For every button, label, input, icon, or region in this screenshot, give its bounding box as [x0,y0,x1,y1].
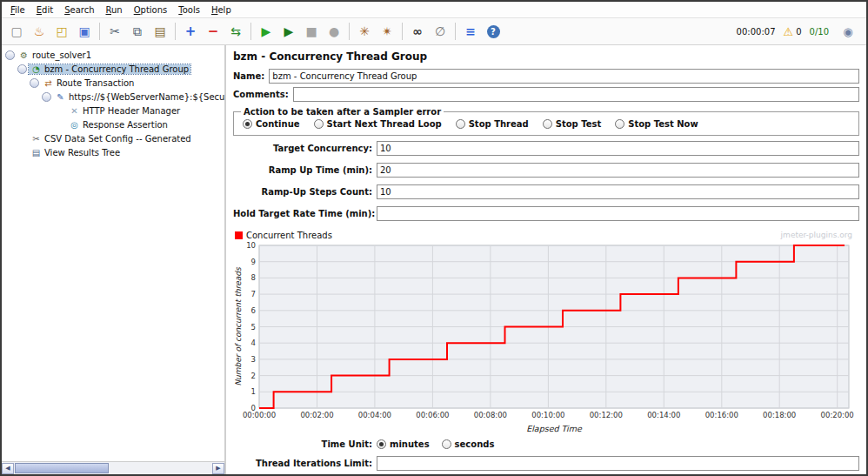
help-icon[interactable]: ? [483,21,504,42]
expand-handle[interactable] [42,92,51,102]
tree-item-response-assertion[interactable]: ◎Response Assertion [2,117,224,131]
ramp-up-time-input[interactable] [377,163,859,178]
tree-item-http-header-manager[interactable]: ✕HTTP Header Manager [2,104,224,117]
thread-iterations-input[interactable] [377,456,859,471]
http-request-icon: ✎ [55,92,66,102]
hold-rate-input[interactable] [377,206,859,221]
ramp-up-time-row: Ramp Up Time (min): [233,163,859,178]
radio-dot [243,119,252,129]
tree-horizontal-scrollbar[interactable]: ◀ ▶ [2,461,224,474]
name-input[interactable] [269,69,859,84]
menu-search[interactable]: Search [59,3,99,17]
legend-label: Concurrent Threads [246,231,332,240]
tree-item-route-transaction[interactable]: ⇄Route Transaction [2,76,224,90]
menu-file[interactable]: File [5,3,30,17]
menu-run[interactable]: Run [101,3,128,17]
search-reset-icon[interactable]: ∅ [430,21,451,42]
toolbar-separator [455,23,456,40]
tree-item-test-plan[interactable]: ⚙route_solver1 [2,48,224,62]
toggle-icon[interactable]: ⇆ [225,21,246,42]
menu-options[interactable]: Options [129,3,173,17]
expand-handle[interactable] [5,50,15,60]
svg-text:Number of concurrent threads: Number of concurrent threads [234,266,243,386]
scroll-right-icon[interactable]: ▶ [212,463,224,474]
radio-minutes[interactable]: minutes [377,439,430,449]
tree-spacer [17,148,27,158]
target-concurrency-input[interactable] [377,141,859,156]
shutdown-icon[interactable]: ● [324,21,344,42]
expand-handle[interactable] [17,64,27,74]
radio-label: Start Next Thread Loop [327,119,442,129]
thread-group-config-panel: bzm - Concurrency Thread Group Name: Com… [226,45,866,474]
svg-text:00:08:00: 00:08:00 [474,411,507,419]
menu-help[interactable]: Help [206,3,237,17]
radio-label: Continue [256,119,300,129]
name-row: Name: [233,69,859,84]
radio-stop-thread[interactable]: Stop Thread [456,119,529,129]
copy-icon[interactable]: ⧉ [127,21,148,42]
remote-status-icon[interactable]: ◉ [838,21,858,42]
radio-seconds[interactable]: seconds [442,439,495,449]
menu-bar: File Edit Search Run Options Tools Help [2,2,866,18]
radio-continue[interactable]: Continue [243,119,300,129]
expand-all-icon[interactable]: + [180,21,201,42]
tree-item-label: bzm - Concurrency Thread Group [44,64,189,74]
svg-text:9: 9 [251,258,256,266]
content-split: ⚙route_solver1 ◔bzm - Concurrency Thread… [2,45,866,474]
sampler-error-options: Continue Start Next Thread Loop Stop Thr… [241,117,851,131]
function-helper-icon[interactable]: ≡ [460,21,481,42]
radio-dot [456,119,465,129]
view-results-tree-icon: ▤ [30,148,42,158]
menu-edit[interactable]: Edit [31,3,58,17]
templates-icon[interactable]: ♨ [29,21,50,42]
svg-text:00:14:00: 00:14:00 [647,411,680,419]
concurrency-preview-chart: 01234567891000:00:0000:02:0000:04:0000:0… [233,241,859,434]
svg-text:4: 4 [251,339,256,347]
ramp-up-time-label: Ramp Up Time (min): [233,165,372,175]
tree-item-concurrency-thread-group[interactable]: ◔bzm - Concurrency Thread Group [2,62,224,76]
menu-tools[interactable]: Tools [173,3,205,17]
cut-icon[interactable]: ✂ [104,21,125,42]
time-unit-row: Time Unit: minutes seconds [233,439,859,449]
warning-icon: ⚠ [784,25,794,38]
thread-group-icon: ◔ [30,64,42,74]
start-no-pauses-icon[interactable]: ▶ [278,21,299,42]
ramp-up-steps-row: Ramp-Up Steps Count: [233,184,859,199]
start-icon[interactable]: ▶ [256,21,277,42]
clear-all-icon[interactable]: ✴ [377,21,397,42]
scroll-left-icon[interactable]: ◀ [2,463,14,474]
toolbar-status-cluster: 00:00:07 ⚠ 0 0/10 ◉ [737,21,863,42]
tree-item-http-request[interactable]: ✎https://${WebServerName}:${SecurePort}/… [2,90,224,104]
new-file-icon[interactable]: ▢ [6,21,27,42]
target-concurrency-label: Target Concurrency: [233,144,372,153]
save-icon[interactable]: ▣ [74,21,95,42]
open-file-icon[interactable]: ◰ [51,21,72,42]
tree-item-label: CSV Data Set Config -- Generated [44,134,191,144]
svg-text:Elapsed Time: Elapsed Time [526,424,583,433]
search-icon[interactable]: ∞ [407,21,428,42]
tree-item-csv-data-set[interactable]: ✂CSV Data Set Config -- Generated [2,131,224,145]
clear-icon[interactable]: ✳ [354,21,375,42]
svg-text:1: 1 [251,387,256,396]
tree-spacer [17,134,27,144]
radio-label: seconds [455,439,495,449]
tree-item-view-results-tree[interactable]: ▤View Results Tree [2,145,224,159]
scrollbar-thumb[interactable] [15,463,109,473]
name-label: Name: [233,71,264,81]
tree-item-label: https://${WebServerName}:${SecurePort}/$… [69,92,224,102]
target-concurrency-row: Target Concurrency: [233,141,859,156]
radio-stop-test[interactable]: Stop Test [543,119,602,129]
log-errors-indicator[interactable]: ⚠ 0 [784,25,802,38]
paste-icon[interactable]: ▤ [150,21,170,42]
comments-input[interactable] [293,87,859,102]
radio-stop-test-now[interactable]: Stop Test Now [615,119,698,129]
radio-start-next-thread-loop[interactable]: Start Next Thread Loop [314,119,442,129]
stop-icon[interactable]: ■ [301,21,322,42]
expand-handle[interactable] [30,78,39,88]
toolbar-separator [99,23,100,40]
ramp-up-steps-input[interactable] [377,184,859,199]
radio-label: Stop Test [556,119,602,129]
test-plan-tree-panel: ⚙route_solver1 ◔bzm - Concurrency Thread… [2,45,226,474]
tree-item-label: View Results Tree [44,148,120,158]
collapse-all-icon[interactable]: − [203,21,224,42]
